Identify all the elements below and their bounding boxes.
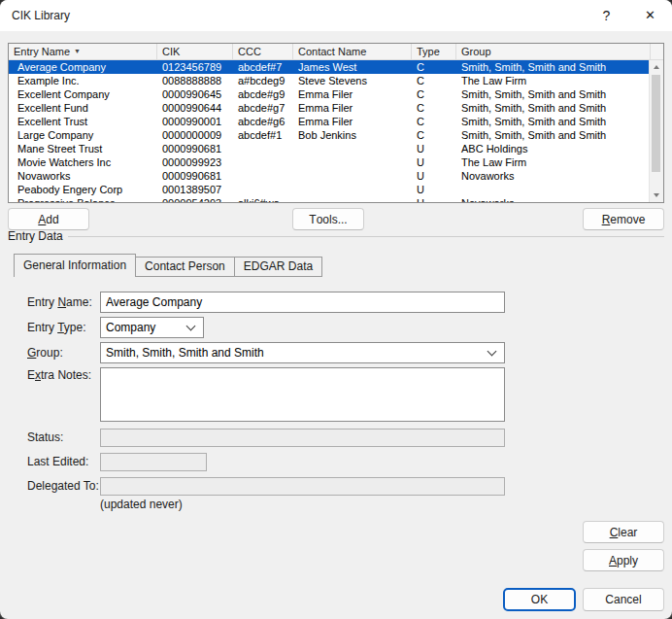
tab-edgar-data[interactable]: EDGAR Data bbox=[234, 257, 322, 277]
scroll-down-icon[interactable] bbox=[650, 189, 663, 202]
table-row[interactable]: Excellent Fund0000990644abcde#g7Emma Fil… bbox=[9, 101, 649, 115]
titlebar: CIK Library ? ✕ bbox=[0, 0, 672, 31]
status-label: Status: bbox=[27, 429, 63, 447]
column-header-entry-name[interactable]: Entry Name ▼ bbox=[9, 44, 157, 59]
column-label: CCC bbox=[238, 44, 261, 59]
table-cell: C bbox=[412, 101, 456, 115]
scroll-up-icon[interactable] bbox=[650, 60, 663, 74]
table-cell: abcdef#7 bbox=[233, 60, 293, 74]
entry-name-field[interactable] bbox=[100, 292, 505, 313]
table-cell: Smith, Smith, Smith and Smith bbox=[456, 128, 649, 142]
help-icon: ? bbox=[603, 8, 611, 23]
table-cell: 0000000009 bbox=[157, 128, 233, 142]
table-row[interactable]: Peabody Engery Corp0001389507U bbox=[9, 183, 649, 196]
chevron-down-icon bbox=[186, 322, 196, 331]
entry-type-dropdown[interactable]: Company bbox=[100, 317, 204, 338]
table-cell: alki6#wa bbox=[233, 196, 293, 202]
column-label: Contact Name bbox=[298, 44, 366, 59]
table-row[interactable]: Example Inc.0088888888a#bcdeg9Steve Stev… bbox=[9, 74, 649, 87]
table-cell: Emma Filer bbox=[293, 115, 412, 128]
table-cell bbox=[293, 169, 412, 183]
table-cell: 0123456789 bbox=[157, 60, 233, 74]
table-cell: Smith, Smith, Smith and Smith bbox=[456, 115, 649, 128]
column-header-filler bbox=[651, 44, 663, 59]
table-cell: ABC Holdings bbox=[456, 142, 649, 155]
clear-button[interactable]: Clear bbox=[583, 521, 664, 543]
table-cell: Progressive Balance bbox=[9, 196, 157, 202]
close-icon: ✕ bbox=[645, 8, 655, 22]
column-header-type[interactable]: Type bbox=[412, 44, 456, 59]
table-row[interactable]: Excellent Trust0000990001abcde#g6Emma Fi… bbox=[9, 115, 649, 128]
table-cell: Large Company bbox=[9, 128, 157, 142]
table-cell: Smith, Smith, Smith and Smith bbox=[456, 60, 649, 74]
column-label: Type bbox=[417, 44, 440, 59]
ok-button[interactable]: OK bbox=[503, 588, 576, 611]
entry-data-tabs: General Information Contact Person EDGAR… bbox=[14, 254, 322, 277]
table-cell: Emma Filer bbox=[293, 101, 412, 115]
table-cell bbox=[293, 183, 412, 196]
cancel-button[interactable]: Cancel bbox=[583, 588, 664, 611]
status-field bbox=[100, 429, 505, 447]
table-cell: James West bbox=[293, 60, 412, 74]
cik-library-dialog: CIK Library ? ✕ Entry Name ▼ CIK CCC Con… bbox=[0, 0, 672, 619]
table-cell: 0000990681 bbox=[157, 142, 233, 155]
tab-general-information[interactable]: General Information bbox=[14, 254, 136, 277]
table-cell: The Law Firm bbox=[456, 155, 649, 169]
table-cell: abcdef#1 bbox=[233, 128, 293, 142]
add-button[interactable]: Add bbox=[8, 208, 89, 230]
table-cell: C bbox=[412, 87, 456, 101]
group-dropdown[interactable]: Smith, Smith, Smith and Smith bbox=[100, 342, 505, 363]
apply-button[interactable]: Apply bbox=[583, 549, 664, 571]
group-value: Smith, Smith, Smith and Smith bbox=[106, 346, 264, 360]
close-button[interactable]: ✕ bbox=[628, 0, 672, 31]
entry-list: Entry Name ▼ CIK CCC Contact Name Type G… bbox=[8, 43, 664, 203]
column-header-group[interactable]: Group bbox=[456, 44, 651, 59]
extra-notes-field[interactable] bbox=[100, 367, 505, 422]
table-cell: 0000954293 bbox=[157, 196, 233, 202]
table-cell: The Law Firm bbox=[456, 74, 649, 87]
table-cell: U bbox=[412, 196, 456, 202]
table-cell: 0000099923 bbox=[157, 155, 233, 169]
table-cell: Average Company bbox=[9, 60, 157, 74]
table-cell bbox=[293, 155, 412, 169]
list-header: Entry Name ▼ CIK CCC Contact Name Type G… bbox=[9, 44, 663, 60]
table-cell bbox=[233, 155, 293, 169]
extra-notes-label: Extra Notes: bbox=[27, 367, 91, 383]
remove-button[interactable]: Remove bbox=[583, 208, 664, 230]
table-cell bbox=[293, 196, 412, 202]
table-cell: 0000990645 bbox=[157, 87, 233, 101]
table-row[interactable]: Movie Watchers Inc0000099923UThe Law Fir… bbox=[9, 155, 649, 169]
tools-button[interactable]: Tools... bbox=[292, 208, 364, 230]
tab-contact-person[interactable]: Contact Person bbox=[135, 257, 235, 277]
column-header-ccc[interactable]: CCC bbox=[233, 44, 293, 59]
table-cell bbox=[293, 142, 412, 155]
table-cell: 0000990001 bbox=[157, 115, 233, 128]
table-cell bbox=[456, 183, 649, 196]
table-row[interactable]: Large Company0000000009abcdef#1Bob Jenki… bbox=[9, 128, 649, 142]
table-row[interactable]: Progressive Balance0000954293alki6#waUNo… bbox=[9, 196, 649, 202]
table-cell: Novaworks bbox=[456, 196, 649, 202]
table-row[interactable]: Excellent Company0000990645abcde#g9Emma … bbox=[9, 87, 649, 101]
table-cell bbox=[233, 183, 293, 196]
table-cell: C bbox=[412, 115, 456, 128]
list-scrollbar[interactable] bbox=[649, 60, 663, 202]
table-row[interactable]: Mane Street Trust0000990681UABC Holdings bbox=[9, 142, 649, 155]
entry-type-value: Company bbox=[106, 321, 155, 334]
table-cell: Excellent Trust bbox=[9, 115, 157, 128]
table-cell: a#bcdeg9 bbox=[233, 74, 293, 87]
table-cell: C bbox=[412, 60, 456, 74]
last-edited-label: Last Edited: bbox=[27, 453, 88, 471]
table-row[interactable]: Novaworks0000990681UNovaworks bbox=[9, 169, 649, 183]
table-cell: C bbox=[412, 128, 456, 142]
table-cell: Smith, Smith, Smith and Smith bbox=[456, 101, 649, 115]
entry-name-label: Entry Name: bbox=[27, 292, 92, 313]
table-cell: Novaworks bbox=[456, 169, 649, 183]
help-button[interactable]: ? bbox=[585, 0, 628, 31]
column-label: CIK bbox=[162, 44, 180, 59]
column-header-contact-name[interactable]: Contact Name bbox=[293, 44, 412, 59]
table-cell: Bob Jenkins bbox=[293, 128, 412, 142]
table-cell: Example Inc. bbox=[9, 74, 157, 87]
table-row[interactable]: Average Company0123456789abcdef#7James W… bbox=[9, 60, 649, 74]
scrollbar-thumb[interactable] bbox=[652, 75, 660, 172]
column-header-cik[interactable]: CIK bbox=[157, 44, 233, 59]
